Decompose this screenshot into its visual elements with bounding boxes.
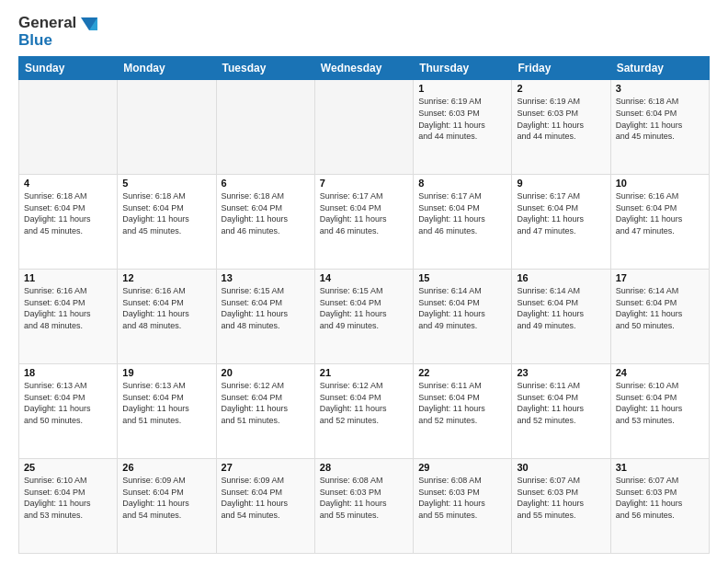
day-info: Sunrise: 6:18 AMSunset: 6:04 PMDaylight:…	[616, 96, 704, 142]
weekday-header-sunday: Sunday	[19, 57, 118, 80]
day-cell: 18Sunrise: 6:13 AMSunset: 6:04 PMDayligh…	[19, 364, 118, 459]
day-number: 10	[616, 178, 704, 189]
day-number: 8	[418, 178, 506, 189]
day-cell: 22Sunrise: 6:11 AMSunset: 6:04 PMDayligh…	[414, 364, 512, 459]
day-number: 19	[122, 367, 210, 378]
weekday-header-saturday: Saturday	[610, 57, 709, 80]
day-number: 3	[616, 83, 704, 94]
day-cell: 23Sunrise: 6:11 AMSunset: 6:04 PMDayligh…	[512, 364, 610, 459]
day-info: Sunrise: 6:18 AMSunset: 6:04 PMDaylight:…	[122, 190, 210, 236]
weekday-header-tuesday: Tuesday	[216, 57, 314, 80]
page: General Blue SundayMondayTuesdayWednesda…	[0, 0, 728, 563]
day-number: 12	[122, 272, 210, 283]
calendar-table: SundayMondayTuesdayWednesdayThursdayFrid…	[18, 56, 710, 554]
day-info: Sunrise: 6:13 AMSunset: 6:04 PMDaylight:…	[122, 380, 210, 426]
day-number: 13	[222, 272, 310, 283]
day-cell: 24Sunrise: 6:10 AMSunset: 6:04 PMDayligh…	[610, 364, 709, 459]
day-info: Sunrise: 6:19 AMSunset: 6:03 PMDaylight:…	[418, 96, 506, 142]
day-cell: 2Sunrise: 6:19 AMSunset: 6:03 PMDaylight…	[512, 80, 610, 175]
day-cell: 6Sunrise: 6:18 AMSunset: 6:04 PMDaylight…	[216, 175, 314, 270]
day-cell: 12Sunrise: 6:16 AMSunset: 6:04 PMDayligh…	[118, 270, 216, 364]
weekday-header-friday: Friday	[512, 57, 610, 80]
day-cell: 14Sunrise: 6:15 AMSunset: 6:04 PMDayligh…	[314, 270, 413, 364]
day-cell: 15Sunrise: 6:14 AMSunset: 6:04 PMDayligh…	[414, 270, 512, 364]
day-cell	[314, 80, 413, 175]
day-info: Sunrise: 6:12 AMSunset: 6:04 PMDaylight:…	[320, 380, 408, 426]
week-row-4: 25Sunrise: 6:10 AMSunset: 6:04 PMDayligh…	[19, 459, 710, 554]
day-number: 11	[24, 272, 112, 283]
day-number: 1	[418, 83, 506, 94]
weekday-header-wednesday: Wednesday	[314, 57, 413, 80]
day-cell: 16Sunrise: 6:14 AMSunset: 6:04 PMDayligh…	[512, 270, 610, 364]
week-row-0: 1Sunrise: 6:19 AMSunset: 6:03 PMDaylight…	[19, 80, 710, 175]
day-number: 15	[418, 272, 506, 283]
day-number: 30	[517, 462, 605, 473]
day-info: Sunrise: 6:10 AMSunset: 6:04 PMDaylight:…	[24, 475, 112, 521]
weekday-header-monday: Monday	[118, 57, 216, 80]
day-number: 5	[122, 178, 210, 189]
day-cell: 17Sunrise: 6:14 AMSunset: 6:04 PMDayligh…	[610, 270, 709, 364]
day-cell: 28Sunrise: 6:08 AMSunset: 6:03 PMDayligh…	[314, 459, 413, 554]
day-cell: 13Sunrise: 6:15 AMSunset: 6:04 PMDayligh…	[216, 270, 314, 364]
day-cell: 1Sunrise: 6:19 AMSunset: 6:03 PMDaylight…	[414, 80, 512, 175]
day-cell: 20Sunrise: 6:12 AMSunset: 6:04 PMDayligh…	[216, 364, 314, 459]
day-cell: 21Sunrise: 6:12 AMSunset: 6:04 PMDayligh…	[314, 364, 413, 459]
day-info: Sunrise: 6:10 AMSunset: 6:04 PMDaylight:…	[616, 380, 704, 426]
day-info: Sunrise: 6:11 AMSunset: 6:04 PMDaylight:…	[418, 380, 506, 426]
week-row-2: 11Sunrise: 6:16 AMSunset: 6:04 PMDayligh…	[19, 270, 710, 364]
day-info: Sunrise: 6:12 AMSunset: 6:04 PMDaylight:…	[222, 380, 310, 426]
day-info: Sunrise: 6:14 AMSunset: 6:04 PMDaylight:…	[517, 285, 605, 331]
weekday-header-row: SundayMondayTuesdayWednesdayThursdayFrid…	[19, 57, 710, 80]
day-number: 26	[122, 462, 210, 473]
day-cell: 31Sunrise: 6:07 AMSunset: 6:03 PMDayligh…	[610, 459, 709, 554]
day-number: 25	[24, 462, 112, 473]
day-number: 21	[320, 367, 408, 378]
day-info: Sunrise: 6:13 AMSunset: 6:04 PMDaylight:…	[24, 380, 112, 426]
day-info: Sunrise: 6:14 AMSunset: 6:04 PMDaylight:…	[418, 285, 506, 331]
day-cell: 30Sunrise: 6:07 AMSunset: 6:03 PMDayligh…	[512, 459, 610, 554]
day-number: 28	[320, 462, 408, 473]
day-number: 2	[517, 83, 605, 94]
day-info: Sunrise: 6:16 AMSunset: 6:04 PMDaylight:…	[122, 285, 210, 331]
day-cell: 8Sunrise: 6:17 AMSunset: 6:04 PMDaylight…	[414, 175, 512, 270]
day-info: Sunrise: 6:08 AMSunset: 6:03 PMDaylight:…	[320, 475, 408, 521]
day-number: 14	[320, 272, 408, 283]
day-number: 24	[616, 367, 704, 378]
week-row-1: 4Sunrise: 6:18 AMSunset: 6:04 PMDaylight…	[19, 175, 710, 270]
day-number: 16	[517, 272, 605, 283]
day-cell: 25Sunrise: 6:10 AMSunset: 6:04 PMDayligh…	[19, 459, 118, 554]
day-info: Sunrise: 6:08 AMSunset: 6:03 PMDaylight:…	[418, 475, 506, 521]
day-number: 31	[616, 462, 704, 473]
day-info: Sunrise: 6:15 AMSunset: 6:04 PMDaylight:…	[320, 285, 408, 331]
day-cell	[118, 80, 216, 175]
day-number: 6	[222, 178, 310, 189]
day-cell: 11Sunrise: 6:16 AMSunset: 6:04 PMDayligh…	[19, 270, 118, 364]
day-cell: 27Sunrise: 6:09 AMSunset: 6:04 PMDayligh…	[216, 459, 314, 554]
day-info: Sunrise: 6:09 AMSunset: 6:04 PMDaylight:…	[222, 475, 310, 521]
day-number: 22	[418, 367, 506, 378]
day-number: 7	[320, 178, 408, 189]
day-info: Sunrise: 6:17 AMSunset: 6:04 PMDaylight:…	[517, 190, 605, 236]
day-number: 18	[24, 367, 112, 378]
day-info: Sunrise: 6:16 AMSunset: 6:04 PMDaylight:…	[24, 285, 112, 331]
day-cell: 5Sunrise: 6:18 AMSunset: 6:04 PMDaylight…	[118, 175, 216, 270]
day-cell: 3Sunrise: 6:18 AMSunset: 6:04 PMDaylight…	[610, 80, 709, 175]
weekday-header-thursday: Thursday	[414, 57, 512, 80]
day-info: Sunrise: 6:18 AMSunset: 6:04 PMDaylight:…	[24, 190, 112, 236]
day-number: 29	[418, 462, 506, 473]
day-cell	[19, 80, 118, 175]
header: General Blue	[18, 15, 710, 49]
day-cell: 4Sunrise: 6:18 AMSunset: 6:04 PMDaylight…	[19, 175, 118, 270]
day-info: Sunrise: 6:19 AMSunset: 6:03 PMDaylight:…	[517, 96, 605, 142]
day-number: 23	[517, 367, 605, 378]
day-cell: 29Sunrise: 6:08 AMSunset: 6:03 PMDayligh…	[414, 459, 512, 554]
day-cell: 19Sunrise: 6:13 AMSunset: 6:04 PMDayligh…	[118, 364, 216, 459]
day-number: 27	[222, 462, 310, 473]
week-row-3: 18Sunrise: 6:13 AMSunset: 6:04 PMDayligh…	[19, 364, 710, 459]
day-info: Sunrise: 6:14 AMSunset: 6:04 PMDaylight:…	[616, 285, 704, 331]
day-cell: 26Sunrise: 6:09 AMSunset: 6:04 PMDayligh…	[118, 459, 216, 554]
day-info: Sunrise: 6:17 AMSunset: 6:04 PMDaylight:…	[418, 190, 506, 236]
day-number: 9	[517, 178, 605, 189]
day-info: Sunrise: 6:16 AMSunset: 6:04 PMDaylight:…	[616, 190, 704, 236]
day-number: 17	[616, 272, 704, 283]
